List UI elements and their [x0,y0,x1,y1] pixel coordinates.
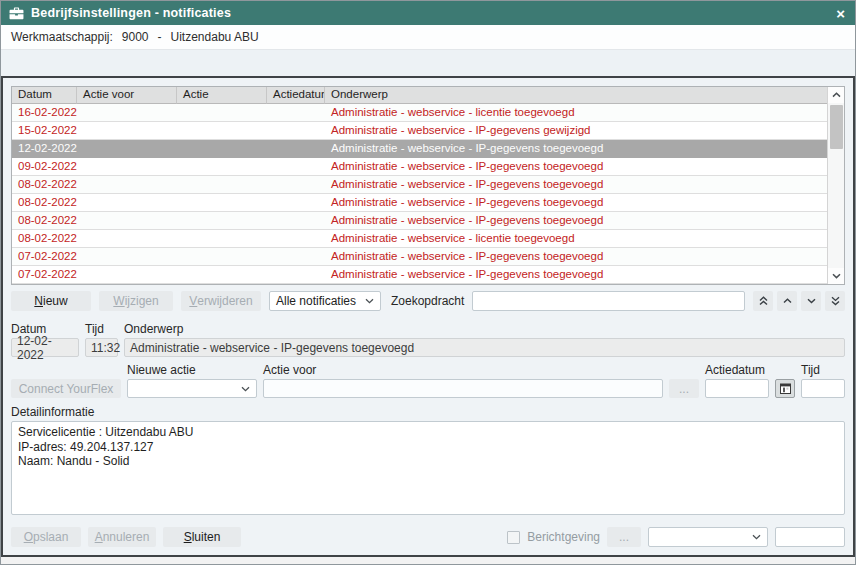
window-bottom-edge [1,557,855,564]
cell-datum: 16-02-2022 [12,104,77,121]
actie-voor-input[interactable] [263,379,663,398]
cell-actie [177,266,267,283]
cell-datum: 07-02-2022 [12,266,77,283]
table-scrollbar[interactable] [827,87,844,284]
tijd2-input[interactable] [801,379,845,398]
cell-actiedatum [267,158,325,175]
tijd2-label: Tijd [801,363,845,377]
close-button[interactable]: Sluiten [163,527,241,547]
cell-onderwerp: Administratie - webservice - IP-gegevens… [325,266,827,283]
tijd-field: 11:32 [85,338,118,357]
header-cell[interactable]: Actie voor [77,87,177,104]
cancel-button[interactable]: Annuleren [88,527,156,547]
filter-select[interactable]: Alle notificaties [269,291,381,311]
cell-datum: 15-02-2022 [12,122,77,139]
nieuwe-actie-label: Nieuwe actie [127,363,257,377]
company-name: Uitzendabu ABU [171,30,259,44]
chevron-down-icon [752,534,761,540]
cell-actiedatum [267,266,325,283]
filter-select-value: Alle notificaties [276,294,356,308]
last-record-button[interactable] [825,291,845,311]
cell-onderwerp: Administratie - webservice - licentie to… [325,104,827,121]
edit-button[interactable]: Wijzigen [99,291,173,311]
chevron-down-icon [241,386,250,392]
berichtgeving-select[interactable] [648,527,768,547]
table-row[interactable]: 08-02-2022 Administratie - webservice - … [12,212,827,230]
table-row[interactable]: 07-02-2022 Administratie - webservice - … [12,284,827,285]
next-record-button[interactable] [801,291,821,311]
search-input[interactable] [472,291,745,311]
cell-actiedatum [267,122,325,139]
chevron-down-icon [365,298,374,304]
connect-yourflex-button[interactable]: Connect YourFlex [11,379,121,398]
cell-actie-voor [77,212,177,229]
actiedatum-input[interactable] [705,379,769,398]
header-cell[interactable]: Actie [177,87,267,104]
cell-actie-voor [77,194,177,211]
cell-actie [177,248,267,265]
table-body: 16-02-2022 Administratie - webservice - … [12,104,827,285]
cell-actie [177,158,267,175]
cell-actiedatum [267,104,325,121]
main-panel: DatumActie voorActieActiedatumOnderwerp … [1,76,855,557]
spacer-strip [1,50,855,75]
table-row[interactable]: 08-02-2022 Administratie - webservice - … [12,230,827,248]
table-row[interactable]: 16-02-2022 Administratie - webservice - … [12,104,827,122]
cell-actie [177,230,267,247]
dialog-window: Bedrijfsinstellingen - notificaties × We… [0,0,856,565]
scroll-down-button[interactable] [828,268,845,284]
table-row[interactable]: 07-02-2022 Administratie - webservice - … [12,266,827,284]
notifications-table: DatumActie voorActieActiedatumOnderwerp … [11,86,845,285]
new-button[interactable]: Nieuw [11,291,91,311]
save-button[interactable]: Opslaan [11,527,81,547]
tijd-label: Tijd [85,322,118,336]
cell-actie-voor [77,122,177,139]
cell-actiedatum [267,212,325,229]
calendar-icon[interactable] [775,379,795,398]
cell-actie [177,212,267,229]
detailinformatie-textarea[interactable]: Servicelicentie : Uitzendabu ABU IP-adre… [11,421,845,515]
table-row[interactable]: 15-02-2022 Administratie - webservice - … [12,122,827,140]
onderwerp-field: Administratie - webservice - IP-gegevens… [124,338,845,357]
table-row[interactable]: 09-02-2022 Administratie - webservice - … [12,158,827,176]
header-cell[interactable]: Onderwerp [325,87,827,104]
cell-actie-voor [77,266,177,283]
berichtgeving-label: Berichtgeving [527,530,600,544]
cell-actie-voor [77,284,177,285]
berichtgeving-lookup-button[interactable]: ... [607,527,641,547]
header-cell[interactable]: Datum [12,87,77,104]
header-cell[interactable]: Actiedatum [267,87,325,104]
cell-onderwerp: Administratie - webservice - IP-gegevens… [325,284,827,285]
cell-datum: 08-02-2022 [12,212,77,229]
company-bar: Werkmaatschappij: 9000 - Uitzendabu ABU [1,25,855,50]
toolbar: Nieuw Wijzigen Verwijderen Alle notifica… [11,291,845,311]
scroll-up-button[interactable] [828,87,845,103]
table-header-row: DatumActie voorActieActiedatumOnderwerp [12,87,827,104]
previous-record-button[interactable] [777,291,797,311]
close-icon[interactable]: × [834,6,847,21]
berichtgeving-input[interactable] [775,527,845,547]
cell-actie [177,140,267,157]
actie-voor-lookup-button[interactable]: ... [669,379,699,398]
cell-onderwerp: Administratie - webservice - IP-gegevens… [325,248,827,265]
nieuwe-actie-select[interactable] [127,379,257,398]
window-title: Bedrijfsinstellingen - notificaties [31,6,827,20]
cell-actie-voor [77,248,177,265]
table-row[interactable]: 08-02-2022 Administratie - webservice - … [12,194,827,212]
table-row[interactable]: 07-02-2022 Administratie - webservice - … [12,248,827,266]
cell-actie-voor [77,140,177,157]
delete-button[interactable]: Verwijderen [181,291,261,311]
first-record-button[interactable] [753,291,773,311]
datum-field: 12-02-2022 [11,338,79,357]
cell-actie [177,194,267,211]
cell-datum: 08-02-2022 [12,230,77,247]
table-row[interactable]: 08-02-2022 Administratie - webservice - … [12,176,827,194]
company-code: 9000 [122,30,149,44]
title-bar: Bedrijfsinstellingen - notificaties × [1,1,855,25]
berichtgeving-checkbox[interactable] [507,531,520,544]
search-label: Zoekopdracht [391,294,464,308]
toolbox-icon [9,7,24,20]
cell-onderwerp: Administratie - webservice - IP-gegevens… [325,212,827,229]
scrollbar-thumb[interactable] [830,105,843,149]
table-row[interactable]: 12-02-2022 Administratie - webservice - … [12,140,827,158]
